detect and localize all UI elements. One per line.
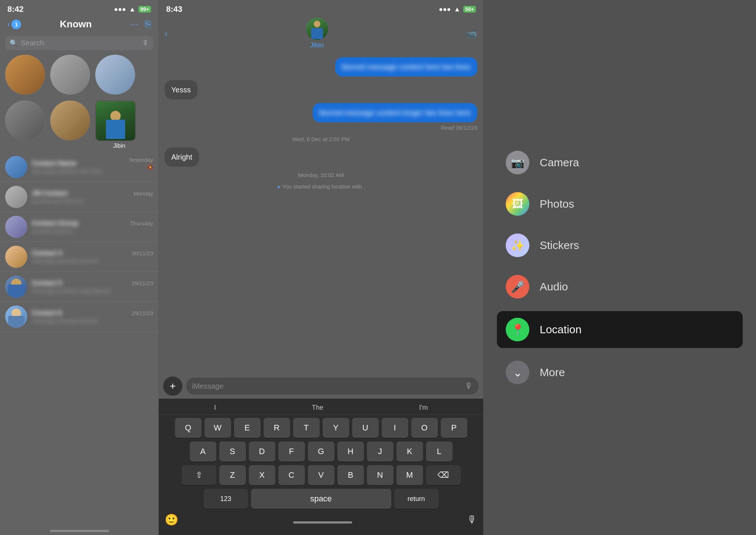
chat-info-1: Contact Name message preview text here bbox=[32, 160, 124, 175]
key-k[interactable]: K bbox=[396, 442, 423, 461]
key-c[interactable]: C bbox=[278, 465, 305, 485]
menu-item-more[interactable]: ⌄ More bbox=[506, 355, 734, 389]
key-i[interactable]: I bbox=[382, 418, 408, 438]
chat-item-4[interactable]: Contact 4 message preview blurred 30/11/… bbox=[0, 242, 158, 272]
story-avatar-2[interactable] bbox=[50, 55, 90, 95]
mid-status-bar: 8:43 ●●● ▲ 50+ bbox=[159, 0, 483, 16]
story-avatar-1[interactable] bbox=[5, 55, 45, 95]
stickers-menu-icon: ✨ bbox=[506, 234, 529, 257]
key-y[interactable]: Y bbox=[323, 418, 349, 438]
search-bar[interactable]: 🔍 🎙 bbox=[5, 36, 153, 50]
chat-preview-2: preview text blurred bbox=[32, 198, 129, 205]
chat-name-5: Contact 5 bbox=[32, 279, 127, 287]
msg-text-sent-2: blurred message content longer two lines… bbox=[319, 109, 471, 117]
key-v[interactable]: V bbox=[308, 465, 334, 485]
numbers-key[interactable]: 123 bbox=[204, 489, 248, 509]
chat-avatar-4 bbox=[5, 246, 27, 268]
mid-back-button[interactable]: ‹ bbox=[165, 28, 168, 39]
input-mic-icon[interactable]: 🎙 bbox=[465, 381, 473, 391]
key-h[interactable]: H bbox=[337, 442, 364, 461]
plus-button[interactable]: + bbox=[163, 376, 182, 396]
location-sharing-notice: ➤ You started sharing location with . bbox=[165, 183, 477, 190]
back-button[interactable]: ‹ 1 bbox=[7, 20, 21, 29]
mid-signal-icon: ●●● bbox=[439, 6, 451, 13]
menu-item-stickers[interactable]: ✨ Stickers bbox=[506, 228, 734, 262]
chevron-icon-6: › bbox=[151, 318, 153, 324]
chat-item-3[interactable]: Contact Group preview blurred Thursday › bbox=[0, 212, 158, 242]
key-q[interactable]: Q bbox=[175, 418, 202, 438]
key-d[interactable]: D bbox=[249, 442, 275, 461]
mid-nav: ‹ Jibin 📹 bbox=[159, 16, 483, 53]
mic-icon[interactable]: 🎙 bbox=[142, 39, 149, 47]
key-f[interactable]: F bbox=[278, 442, 305, 461]
more-icon[interactable]: ··· bbox=[130, 18, 138, 30]
key-r[interactable]: R bbox=[264, 418, 290, 438]
jibin-story-container[interactable]: Jibin bbox=[95, 100, 143, 149]
mid-wifi-icon: ▲ bbox=[454, 6, 460, 13]
stories-row-1 bbox=[0, 55, 158, 100]
mid-time: 8:43 bbox=[166, 4, 182, 14]
key-l[interactable]: L bbox=[426, 442, 453, 461]
key-o[interactable]: O bbox=[411, 418, 438, 438]
more-icon-right: ⌄ bbox=[513, 366, 522, 379]
key-p[interactable]: P bbox=[441, 418, 467, 438]
key-m[interactable]: M bbox=[396, 465, 423, 485]
chat-meta-4: 30/11/23 › bbox=[132, 250, 153, 264]
chat-item-5[interactable]: Contact 5 message preview long blurred 2… bbox=[0, 272, 158, 302]
menu-item-location[interactable]: 📍 Location bbox=[497, 311, 743, 348]
chat-item-1[interactable]: Contact Name message preview text here Y… bbox=[0, 152, 158, 182]
keyboard: I The I'm Q W E R T Y U I O P A S bbox=[159, 399, 483, 535]
key-j[interactable]: J bbox=[367, 442, 394, 461]
more-menu-icon: ⌄ bbox=[506, 361, 529, 384]
key-w[interactable]: W bbox=[205, 418, 231, 438]
menu-item-audio[interactable]: 🎤 Audio bbox=[506, 270, 734, 304]
story-avatar-5[interactable] bbox=[50, 100, 90, 140]
audio-label: Audio bbox=[540, 280, 568, 293]
suggestion-2[interactable]: The bbox=[312, 404, 323, 412]
video-call-icon[interactable]: 📹 bbox=[466, 28, 477, 39]
key-z[interactable]: Z bbox=[219, 465, 246, 485]
return-key[interactable]: return bbox=[394, 489, 439, 509]
menu-item-camera[interactable]: 📷 Camera bbox=[506, 146, 734, 180]
chat-time-3: Thursday bbox=[130, 220, 153, 226]
story-avatar-4[interactable] bbox=[5, 100, 45, 140]
kb-mic-icon[interactable]: 🎙 bbox=[467, 514, 477, 526]
chevron-icon-4: › bbox=[151, 258, 153, 264]
compose-icon[interactable]: ⎘ bbox=[145, 18, 151, 30]
emoji-icon[interactable]: 🙂 bbox=[165, 513, 178, 526]
key-x[interactable]: X bbox=[249, 465, 275, 485]
chat-list: Contact Name message preview text here Y… bbox=[0, 152, 158, 527]
left-status-icons: ●●● ▲ 99+ bbox=[114, 6, 151, 13]
key-s[interactable]: S bbox=[219, 442, 246, 461]
mute-icon-1: 🔕 bbox=[147, 164, 153, 170]
photos-icon: 🖼 bbox=[512, 198, 523, 210]
suggestion-3[interactable]: I'm bbox=[419, 404, 428, 412]
key-b[interactable]: B bbox=[337, 465, 364, 485]
chat-item-6[interactable]: Contact 6 message preview blurred 29/11/… bbox=[0, 302, 158, 332]
kb-row-3: ⇧ Z X C V B N M ⌫ bbox=[163, 465, 479, 485]
message-input-container[interactable]: 🎙 bbox=[186, 378, 479, 395]
space-key[interactable]: space bbox=[251, 489, 391, 509]
message-input[interactable] bbox=[192, 382, 462, 391]
menu-item-photos[interactable]: 🖼 Photos bbox=[506, 187, 734, 221]
key-n[interactable]: N bbox=[367, 465, 394, 485]
key-a[interactable]: A bbox=[190, 442, 216, 461]
shift-key[interactable]: ⇧ bbox=[182, 465, 216, 485]
key-g[interactable]: G bbox=[308, 442, 334, 461]
audio-menu-icon: 🎤 bbox=[506, 275, 529, 299]
key-e[interactable]: E bbox=[234, 418, 261, 438]
delete-key[interactable]: ⌫ bbox=[426, 465, 461, 485]
chat-meta-6: 29/11/23 › bbox=[132, 310, 153, 324]
search-input[interactable] bbox=[21, 39, 139, 47]
stickers-icon: ✨ bbox=[511, 239, 525, 252]
date-separator-2: Monday, 10:02 AM bbox=[165, 172, 477, 178]
contact-info[interactable]: Jibin bbox=[306, 18, 328, 49]
chat-item-2[interactable]: Jill Contact preview text blurred Monday… bbox=[0, 182, 158, 212]
chat-preview-3: preview blurred bbox=[32, 228, 126, 235]
key-t[interactable]: T bbox=[293, 418, 320, 438]
key-u[interactable]: U bbox=[352, 418, 379, 438]
suggestion-1[interactable]: I bbox=[214, 404, 216, 412]
left-status-bar: 8:42 ●●● ▲ 99+ bbox=[0, 0, 158, 16]
msg-text-alright: Alright bbox=[171, 153, 192, 161]
story-avatar-3[interactable] bbox=[95, 55, 135, 95]
